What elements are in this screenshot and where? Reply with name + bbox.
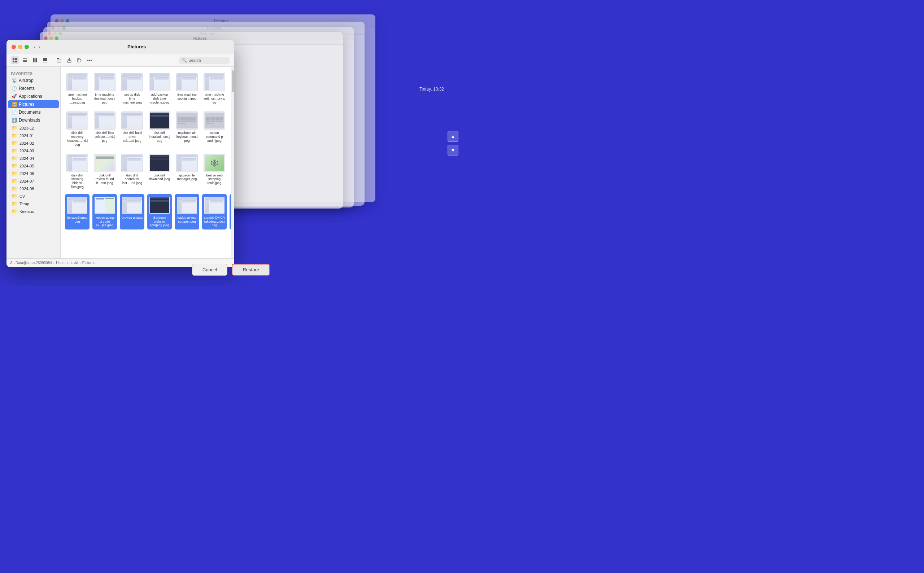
action-bar: Cancel Restore	[192, 264, 270, 276]
sidebar-item-2024-05[interactable]: 📁 2024-05	[8, 162, 59, 170]
file-thumb-1	[66, 73, 88, 91]
sidebar-item-recents[interactable]: 🕐 Recents	[8, 85, 59, 92]
back-button[interactable]: ‹	[33, 44, 36, 50]
restore-button[interactable]: Restore	[232, 264, 270, 276]
file-item-2[interactable]: time machine destinat...ons.jpeg	[92, 71, 117, 106]
file-item-28[interactable]: Bardeen website scraping.jpeg	[147, 194, 172, 230]
folder-2024-01-label: 2024-01	[19, 133, 34, 138]
file-item-29[interactable]: kadoa ai web scraper.jpeg	[175, 194, 199, 230]
breadcrumb-item-4[interactable]: Pictures	[82, 261, 95, 265]
file-item-10[interactable]: disk drill files selecte...und.jpeg	[92, 109, 117, 149]
sidebar-item-2024-02[interactable]: 📁 2024-02	[8, 139, 59, 147]
file-name-28: Bardeen website scraping.jpeg	[149, 216, 171, 227]
content-area: Favorites 📡 AirDrop 🕐 Recents 🚀 Applicat…	[6, 67, 234, 258]
minimize-button[interactable]	[18, 45, 22, 49]
svg-rect-15	[57, 60, 61, 61]
file-thumb-11	[121, 111, 143, 130]
file-item-3[interactable]: set up disk time machine.jpeg	[120, 71, 144, 106]
file-item-30[interactable]: sample DMCA takedow...ice.jpeg	[202, 194, 227, 230]
file-thumb-3	[121, 73, 143, 91]
file-item-22[interactable]: 🕸️ best ai web scraping tools.jpeg	[202, 152, 227, 191]
file-name-12: disk drill installati...cos.jpeg	[149, 131, 171, 142]
list-view-button[interactable]	[21, 56, 29, 64]
folder-2024-08-label: 2024-08	[19, 186, 34, 191]
svg-rect-6	[23, 61, 27, 62]
file-item-26[interactable]: webscraping ai code ex...ple.jpeg	[92, 194, 117, 230]
file-item-9[interactable]: disk drill recovery location...und.jpeg	[65, 109, 89, 149]
file-item-21[interactable]: qspace file manager.jpeg	[175, 152, 199, 191]
folder-icon: 📁	[11, 133, 17, 138]
sidebar-item-2024-01[interactable]: 📁 2024-01	[8, 132, 59, 139]
breadcrumb-sep-3: ›	[80, 261, 81, 265]
file-item-13[interactable]: macbook air keyboar...tton.jpeg	[175, 109, 199, 149]
file-item-6[interactable]: time machine settings...ory.jpeg	[202, 71, 227, 106]
file-name-4: add backup disk time machine.jpeg	[149, 93, 171, 104]
sidebar-item-cv[interactable]: 📁 CV	[8, 192, 59, 200]
folder-2024-02-label: 2024-02	[19, 141, 34, 146]
sidebar-item-airdrop[interactable]: 📡 AirDrop	[8, 77, 59, 85]
sidebar-item-temp[interactable]: 📁 Temp	[8, 200, 59, 207]
sidebar-item-keelaux[interactable]: 📁 Keelaux	[8, 207, 59, 215]
file-thumb-10	[94, 111, 116, 130]
file-name-10: disk drill files selecte...und.jpeg	[94, 131, 116, 142]
file-name-22: best ai web scraping tools.jpeg	[204, 174, 225, 185]
file-name-2: time machine destinat...ons.jpeg	[94, 93, 116, 104]
file-item-27[interactable]: browse ai.jpeg	[120, 194, 144, 230]
sidebar-item-downloads[interactable]: ⬇️ Downloads	[8, 116, 59, 124]
sidebar-item-2023-12[interactable]: 📁 2023-12	[8, 124, 59, 132]
sidebar-item-2024-07[interactable]: 📁 2024-07	[8, 177, 59, 185]
fullscreen-button[interactable]	[25, 45, 29, 49]
file-item-14[interactable]: option command p and r.jpeg	[202, 109, 227, 149]
sidebar-item-applications[interactable]: 🚀 Applications	[8, 92, 59, 100]
file-item-17[interactable]: disk drill showing hidden files.jpeg	[65, 152, 89, 191]
sidebar-item-2024-06[interactable]: 📁 2024-06	[8, 170, 59, 177]
share-button[interactable]	[65, 56, 73, 64]
sidebar-item-pictures[interactable]: 🖼️ Pictures	[8, 100, 59, 108]
file-item-18[interactable]: disk drill review found it...tton.jpeg	[92, 152, 117, 191]
file-item-19[interactable]: disk drill search for lost...und.jpeg	[120, 152, 144, 191]
file-thumb-22: 🕸️	[204, 154, 225, 172]
file-item-1[interactable]: time machine backup i...ess.jpeg	[65, 71, 89, 106]
file-item-5[interactable]: time machine spotlight.jpeg	[175, 71, 199, 106]
close-button[interactable]	[11, 45, 16, 49]
sidebar-item-documents[interactable]: 📄 Documents	[8, 108, 59, 116]
file-item-11[interactable]: disk drill hard drive sel...ted.jpeg	[120, 109, 144, 149]
file-item-20[interactable]: disk drill download.jpeg	[147, 152, 172, 191]
file-item-12[interactable]: disk drill installati...cos.jpeg	[147, 109, 172, 149]
forward-button[interactable]: ›	[38, 44, 41, 50]
file-thumb-19	[121, 154, 143, 172]
file-item-25[interactable]: ScrapeStorm.jpeg	[65, 194, 89, 230]
group-button[interactable]	[55, 56, 63, 64]
favorites-label: Favorites	[6, 70, 60, 77]
file-name-26: webscraping ai code ex...ple.jpeg	[94, 216, 116, 227]
column-view-button[interactable]	[31, 56, 39, 64]
file-thumb-21	[176, 154, 198, 172]
svg-rect-1	[15, 58, 17, 60]
breadcrumb-item-3[interactable]: david	[70, 261, 78, 265]
folder-icon: 📁	[11, 208, 17, 214]
sidebar-item-2024-04[interactable]: 📁 2024-04	[8, 155, 59, 162]
svg-rect-10	[43, 58, 47, 61]
more-button[interactable]: •••	[86, 56, 94, 64]
tm-down-button[interactable]: ▼	[448, 145, 458, 155]
scrollbar[interactable]	[231, 67, 234, 258]
file-item-4[interactable]: add backup disk time machine.jpeg	[147, 71, 172, 106]
breadcrumb-item-1[interactable]: A - Data@snap-26393084	[10, 261, 52, 265]
sidebar-item-2024-08[interactable]: 📁 2024-08	[8, 185, 59, 192]
tm-up-button[interactable]: ▲	[448, 131, 458, 142]
svg-rect-5	[23, 60, 27, 61]
cancel-button[interactable]: Cancel	[192, 264, 227, 276]
documents-label: Documents	[19, 110, 41, 115]
file-thumb-4	[149, 73, 171, 91]
icon-view-button[interactable]	[11, 56, 19, 64]
documents-icon: 📄	[11, 110, 17, 115]
sidebar-item-2024-03[interactable]: 📁 2024-03	[8, 147, 59, 155]
breadcrumb-item-2[interactable]: Users	[56, 261, 65, 265]
search-input[interactable]	[188, 58, 227, 63]
folder-icon: 📁	[11, 140, 17, 146]
gallery-view-button[interactable]	[41, 56, 49, 64]
tag-button[interactable]	[75, 56, 83, 64]
folder-icon: 📁	[11, 178, 17, 184]
sidebar: Favorites 📡 AirDrop 🕐 Recents 🚀 Applicat…	[6, 67, 61, 258]
scrollbar-thumb[interactable]	[232, 70, 234, 92]
